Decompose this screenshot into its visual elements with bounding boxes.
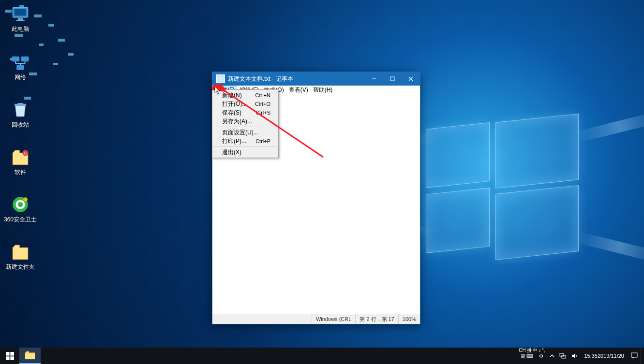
tray-overflow-icon[interactable] (547, 348, 557, 364)
desktop-icon-recycle-bin[interactable]: 回收站 (2, 100, 39, 128)
svg-point-23 (18, 202, 23, 207)
file-menu-item[interactable]: 新建(N)Ctrl+N (213, 91, 277, 100)
svg-rect-17 (21, 57, 29, 62)
minimize-button[interactable] (365, 72, 383, 86)
wallpaper-logo-pane (426, 188, 490, 253)
maximize-button[interactable] (383, 72, 402, 86)
menu-help[interactable]: 帮助(H) (311, 86, 335, 95)
start-button[interactable] (0, 348, 19, 364)
wallpaper-logo-pane (495, 185, 579, 260)
svg-rect-4 (15, 34, 23, 37)
menu-item-shortcut: Ctrl+N (255, 92, 270, 98)
ime-indicator[interactable]: CH 拼 中 ♪ °, 简 ⌨ ⚙ (516, 348, 547, 364)
svg-rect-10 (68, 53, 74, 56)
wallpaper-logo-pane (495, 114, 579, 189)
tray-time: 15:35 (584, 353, 598, 359)
desktop-icon-new-folder[interactable]: 新建文件夹 (2, 242, 39, 270)
svg-rect-16 (12, 57, 20, 62)
status-encoding: Windows (CRL (312, 314, 355, 324)
file-menu-dropdown[interactable]: 新建(N)Ctrl+N打开(O)...Ctrl+O保存(S)Ctrl+S另存为(… (212, 89, 279, 158)
menu-item-label: 打开(O)... (222, 100, 255, 108)
svg-rect-34 (6, 356, 10, 360)
desktop-icon-this-pc[interactable]: 此电脑 (2, 4, 39, 32)
close-button[interactable] (402, 72, 420, 86)
desktop-icon-label: 软件 (2, 169, 39, 175)
tray-date: 2019/11/20 (598, 353, 624, 359)
menu-separator (214, 146, 277, 147)
menu-separator (214, 127, 277, 127)
svg-rect-15 (16, 20, 25, 21)
menu-item-label: 打印(P)... (222, 137, 255, 146)
file-menu-item[interactable]: 页面设置(U)... (213, 128, 277, 137)
svg-rect-18 (16, 65, 24, 70)
svg-rect-26 (390, 77, 394, 81)
desktop-icon-label: 此电脑 (2, 26, 39, 32)
show-desktop-button[interactable] (641, 348, 644, 364)
desktop-icon-software[interactable]: 0 软件 (2, 147, 39, 175)
desktop-icon-label: 回收站 (2, 121, 39, 128)
svg-rect-3 (48, 24, 54, 27)
menu-item-label: 另存为(A)... (222, 117, 270, 126)
menu-item-shortcut: Ctrl+S (255, 110, 270, 116)
desktop-icon-network[interactable]: 网络 (2, 52, 39, 81)
menu-item-label: 新建(N) (222, 91, 255, 100)
svg-rect-35 (10, 356, 14, 360)
status-position: 第 2 行，第 17 (355, 314, 398, 324)
wallpaper-logo-pane (426, 122, 490, 188)
menu-view[interactable]: 查看(V) (286, 86, 311, 95)
cursor-icon (214, 86, 221, 95)
menu-item-shortcut: Ctrl+O (255, 101, 270, 107)
desktop-icon-360[interactable]: 360安全卫士 (2, 194, 39, 223)
file-menu-item[interactable]: 另存为(A)... (213, 117, 277, 126)
menu-item-label: 保存(S) (222, 109, 255, 117)
svg-rect-14 (18, 18, 23, 20)
svg-rect-32 (6, 352, 10, 356)
taskbar-app-explorer[interactable] (19, 348, 41, 364)
desktop-icon-label: 360安全卫士 (2, 216, 39, 223)
wallpaper-beam (576, 111, 644, 143)
tray-notifications-icon[interactable] (628, 348, 641, 364)
taskbar[interactable]: CH 拼 中 ♪ °, 简 ⌨ ⚙ 15:35 2019/11/20 (0, 348, 644, 364)
svg-rect-39 (631, 353, 637, 357)
tray-volume-icon[interactable] (569, 348, 580, 364)
tray-clock[interactable]: 15:35 2019/11/20 (580, 348, 628, 364)
notepad-icon (216, 74, 225, 83)
svg-rect-5 (39, 44, 44, 46)
status-zoom: 100% (398, 314, 420, 324)
svg-rect-9 (53, 63, 58, 65)
tray-network-icon[interactable] (557, 348, 569, 364)
svg-rect-6 (58, 39, 65, 42)
file-menu-item[interactable]: 退出(X) (213, 148, 277, 157)
file-menu-item[interactable]: 打开(O)...Ctrl+O (213, 100, 277, 108)
svg-rect-33 (10, 352, 14, 356)
menu-item-shortcut: Ctrl+P (255, 138, 270, 144)
menu-item-label: 退出(X) (222, 148, 270, 157)
desktop-icon-label: 新建文件夹 (2, 263, 39, 270)
wallpaper-beam (576, 232, 644, 264)
desktop-icon-label: 网络 (2, 74, 39, 81)
titlebar[interactable]: 新建文本文档.txt - 记事本 (212, 72, 420, 86)
system-tray[interactable]: CH 拼 中 ♪ °, 简 ⌨ ⚙ 15:35 2019/11/20 (516, 348, 644, 364)
svg-text:0: 0 (24, 151, 27, 156)
desktop[interactable]: 此电脑 网络 回收站 0 软件 360安全卫士 新建文件夹 新建文本文档.txt… (0, 0, 644, 364)
statusbar: Windows (CRL 第 2 行，第 17 100% (212, 314, 420, 324)
menu-item-label: 页面设置(U)... (222, 129, 270, 137)
svg-rect-36 (25, 354, 35, 359)
file-menu-item[interactable]: 保存(S)Ctrl+S (213, 108, 277, 117)
window-title: 新建文本文档.txt - 记事本 (228, 75, 365, 83)
svg-point-24 (23, 197, 28, 202)
svg-rect-13 (15, 9, 27, 16)
file-menu-item[interactable]: 打印(P)...Ctrl+P (213, 137, 277, 146)
